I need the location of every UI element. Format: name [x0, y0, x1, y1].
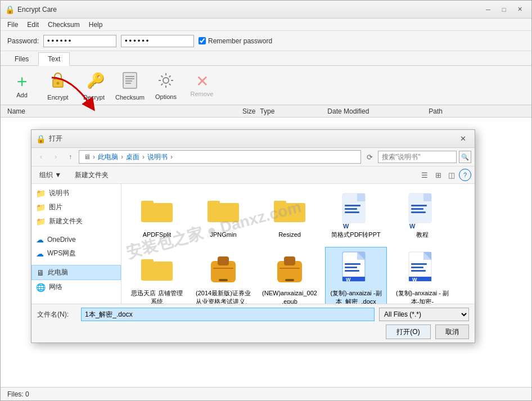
tab-files[interactable]: Files — [5, 52, 38, 65]
password-input-1[interactable] — [43, 35, 116, 47]
view-preview-button[interactable]: ◫ — [445, 169, 458, 181]
dialog-buttons: 打开(O) 取消 — [37, 325, 469, 339]
password-input-2[interactable] — [121, 35, 194, 47]
options-button[interactable]: Options — [149, 69, 183, 102]
list-item[interactable]: W 教程 — [391, 188, 453, 242]
sidebar-item-shuomingshu[interactable]: 📁 说明书 — [31, 186, 121, 200]
organize-button[interactable]: 组织 ▼ — [35, 169, 66, 181]
epub-icon — [205, 251, 241, 287]
minimize-button[interactable]: ─ — [481, 3, 495, 16]
dialog-title: 打开 — [49, 134, 456, 143]
list-item[interactable]: W (复制)-anxaizai - 副本-加密-gwxKZvfxDZhsSDsi… — [391, 247, 453, 304]
encrypt-button[interactable]: Encrypt — [41, 69, 75, 102]
maximize-button[interactable]: □ — [497, 3, 511, 16]
folder-icon — [272, 192, 308, 228]
list-item[interactable]: Resized — [259, 188, 321, 242]
address-path[interactable]: 🖥 › 此电脑 › 桌面 › 说明书 › — [79, 150, 361, 164]
folder-icon — [139, 251, 175, 287]
folder-icon — [205, 192, 241, 228]
svg-text:W: W — [343, 223, 349, 228]
menu-file[interactable]: File — [3, 20, 22, 30]
filename-input[interactable] — [81, 308, 375, 321]
tab-text[interactable]: Text — [38, 52, 70, 66]
list-item[interactable]: 思迅天店 店铺管理系统_pdf.extracted_images — [126, 247, 188, 304]
col-date: Date Modified — [325, 107, 426, 115]
app-icon: 🔒 — [5, 5, 14, 14]
svg-line-15 — [169, 75, 171, 77]
sidebar-item-tupian[interactable]: 📁 图片 — [31, 200, 121, 214]
list-item[interactable]: (2014最新版)证券业从业资格考试讲义、真题、预测三合... — [192, 247, 254, 304]
nav-up-button[interactable]: ↑ — [64, 151, 76, 163]
add-button[interactable]: + Add — [5, 69, 39, 102]
remember-label[interactable]: Remember password — [199, 37, 272, 45]
path-computer[interactable]: 此电脑 — [96, 152, 120, 163]
docx-icon: W — [404, 251, 440, 287]
menu-help[interactable]: Help — [84, 20, 107, 30]
svg-rect-29 — [345, 211, 359, 213]
status-text: Files: 0 — [7, 390, 29, 398]
view-list-button[interactable]: ☰ — [418, 169, 431, 181]
svg-rect-33 — [423, 193, 431, 201]
svg-text:W: W — [412, 277, 417, 282]
refresh-button[interactable]: ⟳ — [363, 151, 376, 163]
sidebar-item-newfolder[interactable]: 📁 新建文件夹 — [31, 214, 121, 228]
tab-bar: Files Text — [1, 51, 531, 66]
close-button[interactable]: ✕ — [512, 3, 527, 16]
remove-button[interactable]: ✕ Remove — [185, 69, 219, 102]
sidebar-item-network[interactable]: 🌐 网络 — [31, 280, 121, 294]
remember-checkbox[interactable] — [199, 37, 206, 44]
docx-icon: W — [338, 251, 374, 287]
path-folder[interactable]: 说明书 — [146, 152, 169, 163]
svg-text:W: W — [346, 277, 351, 282]
dialog-icon: 🔒 — [36, 134, 46, 143]
sidebar-item-wps[interactable]: ☁ WPS网盘 — [31, 246, 121, 260]
nav-back-button[interactable]: ‹ — [35, 151, 47, 163]
nav-forward-button[interactable]: › — [49, 151, 62, 163]
checksum-button[interactable]: Checksum — [113, 69, 147, 102]
help-button[interactable]: ? — [459, 169, 471, 181]
svg-rect-46 — [279, 268, 300, 269]
folder-icon: 📁 — [36, 217, 46, 226]
list-item[interactable]: JPNGmin — [192, 188, 254, 242]
menu-edit[interactable]: Edit — [22, 20, 43, 30]
file-label: APDFSplit — [143, 231, 172, 238]
menu-checksum[interactable]: Checksum — [43, 20, 84, 30]
file-label: 教程 — [416, 231, 429, 238]
svg-line-14 — [169, 83, 171, 85]
col-name: Name — [5, 107, 201, 115]
search-input[interactable] — [378, 151, 457, 163]
list-item[interactable]: W 简格式PDF转PPT — [325, 188, 387, 242]
dialog-address-bar: ‹ › ↑ 🖥 › 此电脑 › 桌面 › 说明书 › ⟳ 🔍 — [31, 148, 475, 166]
decrypt-button[interactable]: 🔑 Decrypt — [77, 69, 111, 102]
dialog-cancel-button[interactable]: 取消 — [435, 325, 469, 339]
encrypt-label: Encrypt — [47, 94, 68, 101]
file-label: 思迅天店 店铺管理系统_pdf.extracted_images — [129, 289, 185, 304]
decrypt-label: Decrypt — [83, 94, 105, 101]
list-item[interactable]: APDFSplit — [126, 188, 188, 242]
sidebar-item-computer[interactable]: 🖥 此电脑 — [31, 265, 121, 280]
cloud-icon: ☁ — [36, 235, 44, 244]
list-item[interactable]: W (复制)-anxaizai -副本_解密_.docx — [325, 247, 387, 304]
svg-rect-35 — [411, 208, 423, 210]
file-label: Resized — [278, 231, 301, 238]
file-label: (NEW)anxaizai_002.epub — [262, 289, 318, 304]
view-details-button[interactable]: ⊞ — [432, 169, 444, 181]
filetype-select[interactable]: All Files (*.*) — [379, 308, 469, 321]
search-button[interactable]: 🔍 — [459, 151, 471, 163]
svg-rect-51 — [345, 263, 360, 265]
add-icon: + — [17, 73, 28, 91]
cloud-icon: ☁ — [36, 249, 44, 258]
password-bar: Password: Remember password — [1, 31, 531, 51]
svg-rect-27 — [345, 205, 360, 206]
file-label: (复制)-anxaizai -副本_解密_.docx — [328, 289, 384, 304]
checksum-label: Checksum — [115, 94, 145, 101]
dialog-close-button[interactable]: ✕ — [456, 133, 470, 145]
path-desktop[interactable]: 桌面 — [124, 152, 141, 163]
svg-rect-60 — [411, 267, 423, 268]
list-item[interactable]: (NEW)anxaizai_002.epub — [259, 247, 321, 304]
decrypt-icon: 🔑 — [84, 70, 104, 93]
new-folder-button[interactable]: 新建文件夹 — [70, 169, 113, 181]
dialog-sidebar: 📁 说明书 📁 图片 📁 新建文件夹 ☁ OneDrive ☁ WPS网盘 — [31, 184, 121, 304]
dialog-open-button[interactable]: 打开(O) — [386, 325, 431, 339]
sidebar-item-onedrive[interactable]: ☁ OneDrive — [31, 233, 121, 246]
